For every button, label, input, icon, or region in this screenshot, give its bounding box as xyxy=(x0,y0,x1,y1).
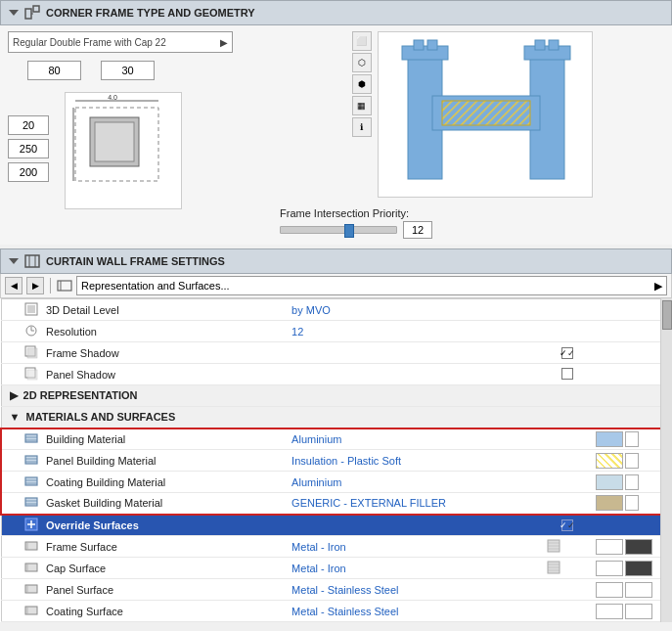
row-swatch-cell xyxy=(592,558,660,579)
color-swatch[interactable] xyxy=(596,431,623,447)
frame-type-dropdown[interactable]: Regular Double Frame with Cap 22 ▶ xyxy=(8,31,233,53)
row-icon-cell xyxy=(21,321,42,342)
row-swatch-cell xyxy=(592,579,660,601)
table-row: Resolution 12 xyxy=(1,321,672,342)
override-surfaces-row[interactable]: Override Surfaces ✓ xyxy=(1,515,672,536)
left-controls: Regular Double Frame with Cap 22 ▶ 80 30… xyxy=(8,31,272,239)
row-swatch-cell xyxy=(592,299,660,321)
row-icon-cell xyxy=(21,472,42,493)
svg-rect-39 xyxy=(25,477,37,485)
row-label-cell: Panel Surface xyxy=(42,579,288,601)
prev-btn[interactable]: ◀ xyxy=(5,277,22,294)
preview-btn-2[interactable]: ⬡ xyxy=(352,53,372,72)
svg-rect-21 xyxy=(25,255,39,267)
dim-input-1[interactable]: 80 xyxy=(27,61,81,80)
priority-value[interactable]: 12 xyxy=(403,221,432,239)
row-icon-cell xyxy=(21,536,42,558)
row-value-cell: Insulation - Plastic Soft xyxy=(288,450,542,472)
row-swatch-cell xyxy=(592,428,660,450)
frame-type-row: Regular Double Frame with Cap 22 ▶ xyxy=(8,31,272,53)
side-input-3[interactable]: 200 xyxy=(8,162,49,182)
corner-frame-content: Regular Double Frame with Cap 22 ▶ 80 30… xyxy=(0,25,672,245)
row-value-cell: Metal - Iron xyxy=(288,536,542,558)
slider-row: 12 xyxy=(280,221,664,239)
materials-section-label-cell: ▼ MATERIALS AND SURFACES xyxy=(1,407,672,428)
row-value-cell: Metal - Stainless Steel xyxy=(288,601,542,622)
color-swatch[interactable] xyxy=(596,539,623,555)
row-icon-cell xyxy=(21,601,42,622)
scrollbar-thumb[interactable] xyxy=(662,300,672,330)
row-indent xyxy=(1,364,21,385)
table-row: Frame Surface Metal - Iron xyxy=(1,536,672,558)
row-label: Gasket Building Material xyxy=(46,497,162,509)
color-swatch-2[interactable] xyxy=(625,539,652,555)
rep-dropdown[interactable]: Representation and Surfaces... ▶ xyxy=(76,276,667,295)
frame-preview-svg xyxy=(379,32,593,198)
panel-surface-icon xyxy=(24,582,38,596)
svg-rect-18 xyxy=(427,40,437,50)
panel-shadow-checkbox[interactable] xyxy=(561,368,573,380)
row-value: by MVO xyxy=(291,304,331,316)
row-checkbox-cell xyxy=(543,450,592,472)
priority-slider[interactable] xyxy=(280,226,397,234)
color-swatch[interactable] xyxy=(596,474,623,490)
row-value: GENERIC - EXTERNAL FILLER xyxy=(291,497,446,509)
materials-section: ▼ MATERIALS AND SURFACES xyxy=(1,407,672,428)
override-checkbox[interactable]: ✓ xyxy=(561,519,573,531)
building-material-icon xyxy=(24,431,38,445)
swatch-container xyxy=(596,539,656,555)
svg-rect-19 xyxy=(535,40,545,50)
color-swatch-2[interactable] xyxy=(625,495,639,511)
row-label-cell: Coating Surface xyxy=(42,601,288,622)
side-input-1[interactable]: 20 xyxy=(8,115,49,135)
svg-rect-33 xyxy=(25,434,37,442)
preview-btn-1[interactable]: ⬜ xyxy=(352,31,372,51)
color-swatch-2[interactable] xyxy=(625,474,639,490)
color-swatch[interactable] xyxy=(596,604,623,619)
row-value: Insulation - Plastic Soft xyxy=(291,455,401,467)
color-swatch-2[interactable] xyxy=(625,604,652,619)
color-swatch-2[interactable] xyxy=(625,453,639,469)
table-row: Panel Surface Metal - Stainless Steel xyxy=(1,579,672,601)
dim-input-2[interactable]: 30 xyxy=(101,61,155,80)
row-icon-cell xyxy=(21,299,42,321)
panel-shadow-icon xyxy=(24,367,38,381)
rep-dropdown-value: Representation and Surfaces... xyxy=(81,280,230,292)
frame-diagram: 4.0 xyxy=(65,92,182,209)
coating-material-icon xyxy=(24,474,38,488)
color-swatch[interactable] xyxy=(596,495,623,511)
table-row: Panel Shadow xyxy=(1,364,672,385)
corner-frame-icon xyxy=(24,5,40,21)
preview-btn-5[interactable]: ℹ xyxy=(352,117,372,137)
dim-inputs-row: 80 30 xyxy=(27,61,272,80)
row-indent xyxy=(1,493,21,515)
row-label-cell: Override Surfaces xyxy=(42,515,288,536)
color-swatch-2[interactable] xyxy=(625,431,639,447)
row-value-cell: GENERIC - EXTERNAL FILLER xyxy=(288,493,542,515)
preview-btn-3[interactable]: ⬢ xyxy=(352,74,372,94)
resolution-icon xyxy=(24,324,38,338)
preview-btn-4[interactable]: ▦ xyxy=(352,96,372,115)
color-swatch[interactable] xyxy=(596,453,623,469)
color-swatch-2[interactable] xyxy=(625,561,652,576)
curtain-wall-collapse-icon[interactable] xyxy=(9,258,19,264)
row-indent xyxy=(1,299,21,321)
color-swatch-2[interactable] xyxy=(625,582,652,598)
scrollbar[interactable] xyxy=(660,298,672,622)
color-swatch[interactable] xyxy=(596,582,623,598)
color-swatch[interactable] xyxy=(596,561,623,576)
next-btn[interactable]: ▶ xyxy=(26,277,44,294)
table-row: 3D Detail Level by MVO xyxy=(1,299,672,321)
frame-type-value: Regular Double Frame with Cap 22 xyxy=(13,37,166,48)
table-row: Coating Surface Metal - Stainless Steel xyxy=(1,601,672,622)
frame-shadow-checkbox[interactable]: ✓ xyxy=(561,347,573,359)
swatch-container xyxy=(596,495,656,511)
collapse-icon[interactable] xyxy=(9,10,19,16)
row-checkbox-cell: ✓ xyxy=(543,342,592,364)
row-indent xyxy=(1,601,21,622)
row-value-cell xyxy=(288,515,542,536)
row-swatch-cell xyxy=(592,342,660,364)
3d-detail-icon xyxy=(24,302,38,316)
side-input-2[interactable]: 250 xyxy=(8,139,49,158)
row-icon-cell xyxy=(21,515,42,536)
